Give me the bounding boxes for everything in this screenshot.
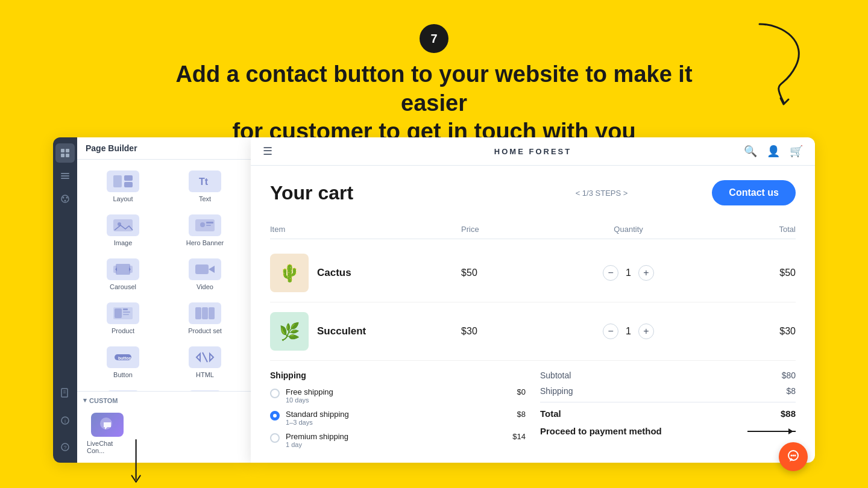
pb-image-icon bbox=[107, 214, 139, 236]
cart-row-cactus: 🌵 Cactus $50 − 1 + $50 bbox=[270, 244, 796, 302]
svg-rect-3 bbox=[66, 154, 69, 157]
ship-name-standard: Standard shipping bbox=[286, 410, 511, 419]
pb-item-productset-label: Product set bbox=[188, 327, 222, 334]
pb-item-hero-label: Hero Banner bbox=[186, 239, 224, 246]
summary-subtotal: Subtotal $80 bbox=[540, 371, 796, 380]
contact-us-button[interactable]: Contact us bbox=[712, 180, 796, 205]
cactus-qty-increase[interactable]: + bbox=[638, 265, 654, 281]
shipping-option-free: Free shipping 10 days $0 bbox=[270, 387, 526, 404]
svg-point-10 bbox=[64, 200, 66, 202]
svg-text:Tt: Tt bbox=[199, 177, 209, 187]
pb-item-divider[interactable]: Divider bbox=[165, 386, 245, 391]
svg-marker-45 bbox=[197, 354, 200, 361]
ship-info-standard: Standard shipping 1–3 days bbox=[286, 410, 511, 426]
pb-title: Page Builder bbox=[77, 137, 251, 160]
pb-hero-icon bbox=[189, 214, 221, 236]
proceed-label[interactable]: Proceed to payment method bbox=[540, 426, 662, 436]
cactus-qty-decrease[interactable]: − bbox=[603, 265, 618, 281]
pb-item-image[interactable]: Image bbox=[83, 210, 163, 251]
pb-sidebar-palette-icon[interactable] bbox=[55, 189, 75, 208]
arrow-line bbox=[747, 431, 796, 432]
pb-carousel-icon bbox=[107, 258, 139, 280]
succulent-qty-decrease[interactable]: − bbox=[603, 324, 618, 339]
pb-video-icon bbox=[189, 258, 221, 280]
account-icon[interactable]: 👤 bbox=[767, 145, 780, 158]
pb-item-hero-banner[interactable]: Hero Banner bbox=[165, 210, 245, 251]
svg-rect-0 bbox=[61, 149, 64, 152]
pb-custom-title: ▾ CUSTOM bbox=[83, 396, 245, 404]
pb-text-icon: Tt bbox=[189, 170, 221, 192]
pb-item-text[interactable]: Tt Text bbox=[165, 166, 245, 207]
cactus-price: $50 bbox=[461, 267, 557, 278]
nav-icons: 🔍 👤 🛒 bbox=[744, 145, 803, 158]
summary-shipping-value: $8 bbox=[786, 386, 796, 396]
pb-item-html[interactable]: HTML bbox=[165, 342, 245, 383]
pb-livechat-icon bbox=[91, 413, 124, 437]
succulent-qty-increase[interactable]: + bbox=[638, 324, 654, 339]
pb-sidebar-layers-icon[interactable] bbox=[55, 166, 75, 186]
svg-point-53 bbox=[791, 455, 793, 457]
svg-rect-41 bbox=[202, 307, 208, 319]
svg-text:i: i bbox=[64, 418, 66, 424]
item-info-succulent: 🌿 Succulent bbox=[270, 312, 461, 351]
radio-standard[interactable] bbox=[270, 411, 280, 421]
pb-item-layout[interactable]: Layout bbox=[83, 166, 163, 207]
svg-rect-36 bbox=[115, 308, 122, 318]
col-total: Total bbox=[700, 225, 796, 234]
cactus-image: 🌵 bbox=[270, 254, 309, 292]
pb-item-product[interactable]: Product bbox=[83, 298, 163, 339]
svg-rect-42 bbox=[209, 307, 215, 319]
table-header: Item Price Quantity Total bbox=[270, 220, 796, 239]
search-icon[interactable]: 🔍 bbox=[744, 145, 757, 158]
nav-hamburger[interactable]: ☰ bbox=[263, 145, 272, 158]
pb-sidebar-pages-icon[interactable] bbox=[55, 383, 75, 402]
svg-text:button: button bbox=[118, 356, 131, 360]
succulent-image: 🌿 bbox=[270, 312, 309, 351]
pb-sidebar-layout-icon[interactable] bbox=[55, 143, 75, 163]
shop-nav: ☰ HOME FOREST 🔍 👤 🛒 bbox=[251, 137, 815, 166]
bottom-section: Shipping Free shipping 10 days $0 Standa… bbox=[270, 361, 796, 454]
svg-rect-39 bbox=[123, 314, 129, 315]
pb-item-button[interactable]: button Button bbox=[83, 342, 163, 383]
radio-premium[interactable] bbox=[270, 433, 280, 443]
svg-rect-38 bbox=[123, 311, 130, 313]
pb-item-product-set[interactable]: Product set bbox=[165, 298, 245, 339]
ship-price-standard: $8 bbox=[517, 410, 526, 419]
succulent-qty-control: − 1 + bbox=[557, 324, 700, 339]
pb-item-video[interactable]: Video bbox=[165, 254, 245, 295]
cactus-total: $50 bbox=[700, 267, 796, 278]
svg-marker-34 bbox=[209, 266, 215, 273]
total-value: $88 bbox=[781, 408, 796, 419]
pb-item-carousel[interactable]: Carousel bbox=[83, 254, 163, 295]
pb-item-html-label: HTML bbox=[196, 371, 214, 378]
pb-sidebar-info-icon[interactable]: i bbox=[55, 411, 75, 430]
svg-rect-28 bbox=[116, 264, 130, 275]
svg-rect-26 bbox=[206, 222, 213, 224]
summary-section: Subtotal $80 Shipping $8 Total $88 Proce… bbox=[540, 371, 796, 454]
svg-rect-33 bbox=[195, 264, 209, 274]
pb-items-grid: Layout Tt Text Image Her bbox=[77, 160, 251, 391]
svg-rect-22 bbox=[113, 219, 133, 231]
cart-row-succulent: 🌿 Succulent $30 − 1 + $30 bbox=[270, 302, 796, 361]
pb-sidebar-help-icon[interactable]: ? bbox=[55, 437, 75, 457]
deco-arrow-top bbox=[747, 18, 820, 114]
cart-title: Your cart bbox=[270, 182, 491, 204]
livechat-button[interactable] bbox=[779, 442, 808, 471]
cart-icon[interactable]: 🛒 bbox=[790, 145, 803, 158]
svg-text:?: ? bbox=[64, 445, 67, 451]
proceed-row: Proceed to payment method bbox=[540, 426, 796, 436]
svg-point-25 bbox=[200, 222, 205, 227]
pb-item-spacer[interactable]: Spacer bbox=[83, 386, 163, 391]
col-qty: Quantity bbox=[557, 225, 700, 234]
svg-marker-46 bbox=[210, 354, 213, 361]
succulent-name: Succulent bbox=[317, 325, 366, 337]
svg-rect-6 bbox=[61, 178, 69, 179]
pb-productset-icon bbox=[189, 302, 221, 324]
pb-custom-label: CUSTOM bbox=[89, 397, 118, 404]
pb-layout-icon bbox=[107, 170, 139, 192]
radio-free[interactable] bbox=[270, 389, 280, 398]
shipping-option-standard: Standard shipping 1–3 days $8 bbox=[270, 410, 526, 426]
svg-rect-5 bbox=[61, 175, 69, 177]
step-number: 7 bbox=[430, 32, 437, 46]
total-label: Total bbox=[540, 408, 561, 419]
